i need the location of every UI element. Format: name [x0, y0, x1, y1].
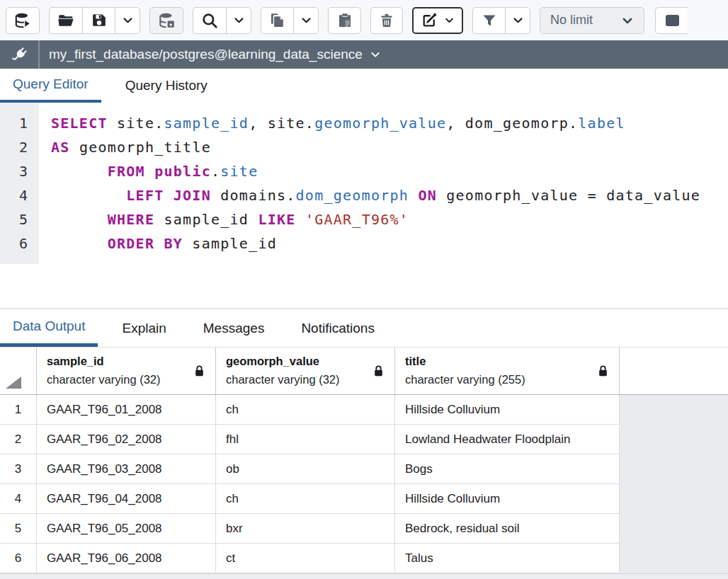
- code-area[interactable]: SELECT site.sample_id, site.geomorph_val…: [39, 103, 728, 264]
- save-menu-button[interactable]: [115, 7, 140, 34]
- tab-explain[interactable]: Explain: [109, 309, 178, 347]
- edit-menu-button[interactable]: [412, 7, 463, 34]
- data-cell[interactable]: Hillside Colluvium: [395, 395, 620, 425]
- file-button-group: [49, 7, 140, 34]
- data-cell[interactable]: Hillside Colluvium: [395, 484, 620, 514]
- table-row: 2GAAR_T96_02_2008fhlLowland Headwater Fl…: [0, 425, 728, 454]
- data-cell[interactable]: ct: [216, 544, 395, 573]
- header-filler: [620, 348, 728, 394]
- find-menu-button[interactable]: [226, 7, 251, 34]
- save-data-changes-button[interactable]: [149, 7, 183, 34]
- data-cell[interactable]: ch: [216, 484, 395, 514]
- trash-icon: [378, 12, 395, 29]
- data-cell[interactable]: GAAR_T96_03_2008: [37, 454, 216, 484]
- open-file-button[interactable]: [49, 7, 82, 34]
- row-filler: [620, 425, 728, 454]
- filter-icon: [481, 12, 498, 29]
- row-filler: [620, 454, 728, 484]
- data-cell[interactable]: Talus: [395, 544, 620, 573]
- lock-icon: [372, 365, 385, 378]
- tab-notifications[interactable]: Notifications: [288, 309, 387, 347]
- filter-menu-button[interactable]: [505, 7, 530, 34]
- save-data-icon: [157, 11, 176, 30]
- select-all-triangle-icon: [6, 377, 21, 389]
- column-header-sample_id[interactable]: sample_idcharacter varying (32): [37, 348, 216, 394]
- line-number: 5: [0, 207, 28, 231]
- row-filler: [620, 484, 728, 514]
- column-header-title[interactable]: titlecharacter varying (255): [395, 348, 620, 394]
- tab-data-output[interactable]: Data Output: [0, 309, 98, 347]
- chevron-down-icon: [621, 14, 634, 27]
- tab-messages[interactable]: Messages: [190, 309, 278, 347]
- data-cell[interactable]: GAAR_T96_01_2008: [37, 395, 216, 425]
- row-filler: [620, 544, 728, 573]
- chevron-down-icon: [370, 49, 381, 60]
- row-number-cell[interactable]: 3: [0, 454, 37, 484]
- data-cell[interactable]: Bogs: [395, 454, 620, 484]
- row-number-cell[interactable]: 5: [0, 514, 37, 544]
- find-button[interactable]: [193, 7, 226, 34]
- data-cell[interactable]: GAAR_T96_02_2008: [37, 425, 216, 454]
- row-number-cell[interactable]: 1: [0, 395, 37, 425]
- table-row: 1GAAR_T96_01_2008chHillside Colluvium: [0, 395, 728, 425]
- select-all-cell[interactable]: [0, 348, 37, 394]
- connection-status[interactable]: [0, 40, 40, 69]
- lock-icon: [193, 365, 205, 378]
- row-limit-select[interactable]: No limit: [540, 7, 644, 34]
- sql-editor: 123456 SELECT site.sample_id, site.geomo…: [0, 103, 728, 309]
- data-cell[interactable]: GAAR_T96_05_2008: [37, 514, 216, 544]
- grid-body: 1GAAR_T96_01_2008chHillside Colluvium2GA…: [0, 395, 728, 573]
- delete-button[interactable]: [370, 7, 403, 34]
- query-tool-button[interactable]: [6, 7, 40, 34]
- data-cell[interactable]: ch: [216, 395, 395, 425]
- data-cell[interactable]: Lowland Headwater Floodplain: [395, 425, 620, 454]
- filter-button-group: [472, 7, 530, 34]
- code-line: ORDER BY sample_id: [51, 231, 728, 256]
- chevron-down-icon: [512, 14, 524, 26]
- tab-query-editor[interactable]: Query Editor: [0, 69, 101, 103]
- copy-menu-button[interactable]: [293, 7, 319, 34]
- table-row: 4GAAR_T96_04_2008chHillside Colluvium: [0, 484, 728, 514]
- table-row: 3GAAR_T96_03_2008obBogs: [0, 454, 728, 484]
- copy-icon: [268, 11, 286, 29]
- code-line: FROM public.site: [51, 159, 728, 183]
- column-header-text: geomorph_valuecharacter varying (32): [226, 352, 339, 389]
- tab-query-history[interactable]: Query History: [113, 69, 220, 103]
- save-icon: [90, 11, 108, 29]
- horizontal-scrollbar-track[interactable]: [0, 573, 728, 579]
- code-line: LEFT JOIN domains.dom_geomorph ON geomor…: [51, 183, 728, 207]
- data-cell[interactable]: ob: [216, 454, 395, 484]
- column-header-geomorph_value[interactable]: geomorph_valuecharacter varying (32): [216, 348, 395, 394]
- edit-icon: [421, 11, 438, 29]
- column-header-text: titlecharacter varying (255): [405, 352, 525, 389]
- grid-header-row: sample_idcharacter varying (32)geomorph_…: [0, 348, 728, 395]
- filter-button[interactable]: [472, 7, 505, 34]
- toolbar: No limit: [0, 0, 728, 40]
- copy-button[interactable]: [261, 7, 293, 34]
- row-number-cell[interactable]: 6: [0, 544, 37, 573]
- output-tab-bar: Data Output Explain Messages Notificatio…: [0, 309, 728, 348]
- stop-button[interactable]: [655, 7, 688, 34]
- data-cell[interactable]: GAAR_T96_06_2008: [37, 544, 216, 573]
- save-file-button[interactable]: [82, 7, 115, 34]
- code-line: AS geomorph_title: [51, 135, 728, 159]
- find-button-group: [193, 7, 251, 34]
- connection-selector[interactable]: my_first_database/postgres@learning_data…: [40, 47, 381, 62]
- paste-icon: [336, 11, 353, 29]
- data-cell[interactable]: bxr: [216, 514, 395, 544]
- data-cell[interactable]: fhl: [216, 425, 395, 454]
- paste-button[interactable]: [328, 7, 361, 34]
- data-cell[interactable]: GAAR_T96_04_2008: [37, 484, 216, 514]
- copy-button-group: [261, 7, 319, 34]
- results-grid: sample_idcharacter varying (32)geomorph_…: [0, 348, 728, 579]
- data-cell[interactable]: Bedrock, residual soil: [395, 514, 620, 544]
- lock-icon: [597, 365, 609, 378]
- row-limit-value: No limit: [550, 13, 593, 28]
- chevron-down-icon: [300, 14, 312, 26]
- row-number-cell[interactable]: 4: [0, 484, 37, 514]
- line-number: 2: [0, 135, 28, 159]
- row-number-cell[interactable]: 2: [0, 425, 37, 454]
- search-icon: [200, 11, 219, 30]
- folder-open-icon: [57, 11, 75, 30]
- chevron-down-icon: [122, 14, 134, 26]
